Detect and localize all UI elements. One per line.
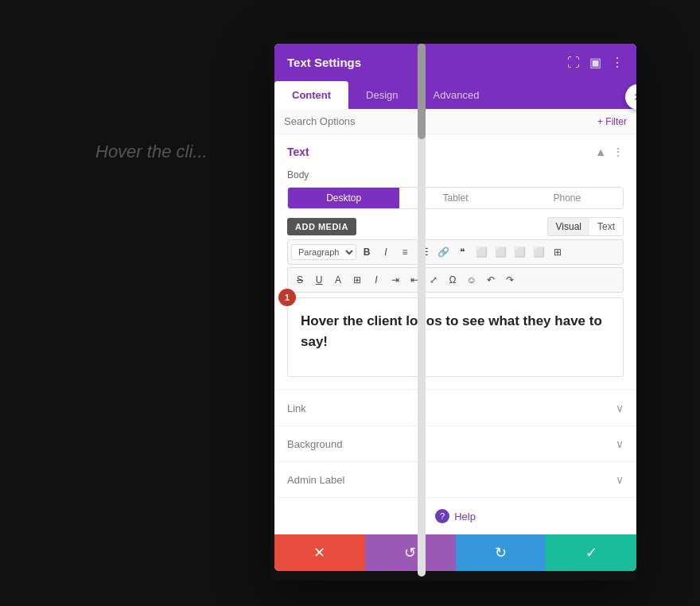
toolbar-row-1: Paragraph B I ≡ ☰ 🔗 ❝ ⬜ ⬜ ⬜ ⬜ ⊞ — [287, 239, 624, 265]
search-input[interactable] — [284, 115, 597, 127]
blockquote-button[interactable]: ❝ — [453, 243, 471, 261]
align-center-button[interactable]: ⬜ — [492, 243, 509, 261]
tab-phone[interactable]: Phone — [511, 188, 623, 208]
omega-button[interactable]: Ω — [444, 271, 461, 289]
editor-badge: 1 — [278, 289, 296, 306]
panel-header: Text Settings ⛶ ▣ ⋮ — [274, 44, 636, 81]
text-settings-panel: Text Settings ⛶ ▣ ⋮ Content Design Advan… — [274, 44, 636, 571]
panel-footer: ✕ ↺ ↻ ✓ — [274, 534, 636, 571]
text-section: Text ▲ ⋮ Body Desktop Tablet Phone ADD M… — [274, 134, 636, 390]
editor-area[interactable]: 1 Hover the client logos to see what the… — [287, 297, 624, 377]
expand-button[interactable]: ⤢ — [425, 271, 442, 289]
undo-button[interactable]: ↶ — [482, 271, 500, 289]
text-section-title: Text — [287, 146, 309, 158]
panel-header-icons: ⛶ ▣ ⋮ — [567, 55, 624, 70]
align-left-button[interactable]: ⬜ — [472, 243, 490, 261]
tab-content[interactable]: Content — [274, 81, 348, 109]
unordered-list-button[interactable]: ≡ — [396, 243, 414, 261]
more-options-icon[interactable]: ⋮ — [611, 55, 624, 70]
italic2-button[interactable]: I — [368, 271, 385, 289]
tab-advanced[interactable]: Advanced — [416, 81, 497, 109]
close-icon: ✕ — [633, 91, 636, 103]
background-section[interactable]: Background ∨ — [274, 426, 636, 462]
table-button[interactable]: ⊞ — [549, 243, 566, 261]
underline-button[interactable]: U — [310, 271, 328, 289]
background-chevron-icon: ∨ — [616, 437, 624, 450]
link-button[interactable]: 🔗 — [434, 243, 452, 261]
admin-label-section[interactable]: Admin Label ∨ — [274, 462, 636, 498]
redo-footer-button[interactable]: ↻ — [456, 534, 546, 571]
paragraph-select[interactable]: Paragraph — [291, 244, 356, 260]
tab-tablet[interactable]: Tablet — [399, 188, 511, 208]
scrollbar-thumb[interactable] — [418, 44, 426, 139]
justify-button[interactable]: ⬜ — [530, 243, 547, 261]
panel-title: Text Settings — [287, 56, 361, 69]
reset-button[interactable]: ↺ — [365, 534, 456, 571]
editor-toolbar-top: ADD MEDIA Visual Text — [287, 217, 624, 236]
fullscreen-icon[interactable]: ⛶ — [567, 56, 580, 70]
paste-button[interactable]: ⊞ — [348, 271, 366, 289]
toolbar-row-2: S U A ⊞ I ⇥ ⇤ ⤢ Ω ☺ ↶ ↷ — [287, 267, 624, 293]
link-section-title: Link — [287, 402, 306, 414]
editor-content[interactable]: Hover the client logos to see what they … — [301, 311, 610, 352]
redo-button[interactable]: ↷ — [501, 271, 519, 289]
link-section[interactable]: Link ∨ — [274, 390, 636, 426]
help-section[interactable]: ? Help — [274, 498, 636, 534]
save-button[interactable]: ✓ — [546, 534, 636, 571]
help-label: Help — [454, 511, 476, 522]
text-section-content: Body Desktop Tablet Phone ADD MEDIA Visu… — [274, 169, 636, 390]
panel-tabs: Content Design Advanced ✕ — [274, 81, 636, 109]
background-hover-text: Hover the cli... — [95, 142, 208, 162]
search-bar: + Filter — [274, 109, 636, 134]
indent-button[interactable]: ⇥ — [387, 271, 404, 289]
section-more-icon[interactable]: ⋮ — [612, 146, 624, 158]
align-right-button[interactable]: ⬜ — [511, 243, 528, 261]
panel-body: Text ▲ ⋮ Body Desktop Tablet Phone ADD M… — [274, 134, 636, 534]
background-section-title: Background — [287, 438, 342, 450]
tab-design[interactable]: Design — [348, 81, 415, 109]
close-panel-button[interactable]: ✕ — [625, 84, 636, 110]
help-icon: ? — [435, 509, 449, 523]
bold-button[interactable]: B — [358, 243, 375, 261]
text-section-header[interactable]: Text ▲ ⋮ — [274, 134, 636, 169]
scrollbar-track — [418, 44, 426, 577]
text-mode-button[interactable]: Text — [589, 218, 623, 235]
text-section-icons: ▲ ⋮ — [595, 146, 624, 158]
device-tabs: Desktop Tablet Phone — [287, 187, 624, 209]
visual-text-toggle: Visual Text — [547, 217, 624, 236]
cancel-button[interactable]: ✕ — [274, 534, 365, 571]
link-chevron-icon: ∨ — [616, 402, 624, 414]
visual-mode-button[interactable]: Visual — [548, 218, 589, 235]
filter-button[interactable]: + Filter — [597, 116, 627, 127]
text-color-button[interactable]: A — [329, 271, 347, 289]
admin-label-chevron-icon: ∨ — [616, 473, 624, 486]
add-media-button[interactable]: ADD MEDIA — [287, 218, 356, 235]
body-label: Body — [287, 169, 624, 181]
admin-label-section-title: Admin Label — [287, 474, 344, 486]
collapse-icon[interactable]: ▲ — [595, 146, 606, 158]
strikethrough-button[interactable]: S — [291, 271, 309, 289]
emoji-button[interactable]: ☺ — [463, 271, 480, 289]
tab-desktop[interactable]: Desktop — [288, 188, 399, 208]
italic-button[interactable]: I — [377, 243, 395, 261]
layout-icon[interactable]: ▣ — [589, 55, 601, 70]
